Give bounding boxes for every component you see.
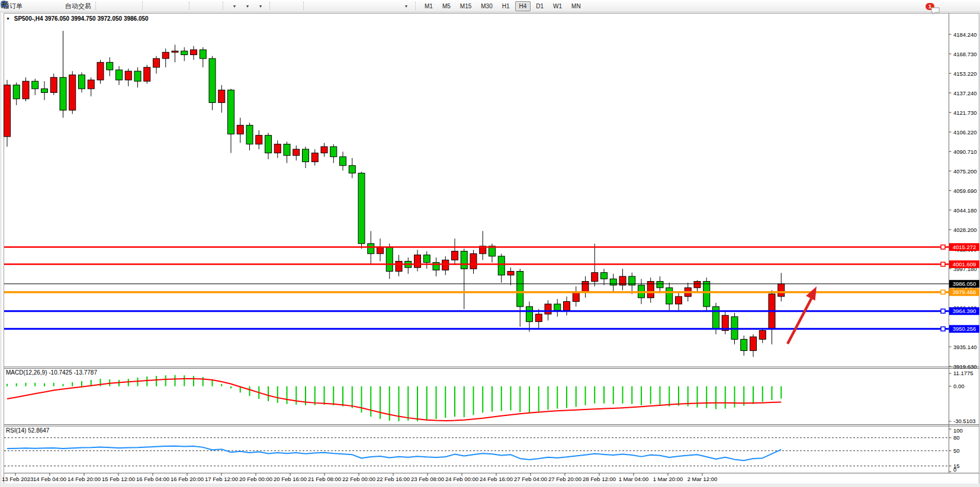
- candle: [41, 89, 48, 92]
- candle: [303, 149, 309, 162]
- candle: [676, 296, 682, 304]
- toolbar-separator: [142, 2, 145, 10]
- time-tick: 20 Feb 00:00: [239, 476, 272, 482]
- timeframe-H4[interactable]: H4: [515, 1, 531, 11]
- price-label-text: 3986.050: [953, 280, 976, 287]
- time-tick: 24 Feb 00:00: [445, 476, 478, 482]
- candle: [172, 51, 178, 52]
- candle: [321, 147, 327, 153]
- rsi-indicator-label: RSI(14) 52.8647: [6, 427, 49, 434]
- price-tick: 4106.220: [953, 129, 977, 136]
- chart-dropdown-icon[interactable]: ▼: [6, 17, 10, 21]
- auto-scroll-button[interactable]: [194, 1, 207, 11]
- equidistant-channel-button[interactable]: E: [348, 1, 361, 11]
- candle: [368, 244, 374, 254]
- tile-windows-button[interactable]: [173, 1, 187, 11]
- candle: [442, 260, 449, 270]
- hline-handle[interactable]: [941, 245, 945, 249]
- candle: [330, 147, 337, 157]
- candle: [601, 273, 608, 279]
- search-icon[interactable]: [0, 0, 9, 9]
- rsi-value: 52.8647: [28, 427, 49, 434]
- timeframe-W1[interactable]: W1: [549, 1, 566, 11]
- chart-shift-button[interactable]: [207, 1, 220, 11]
- price-tick: 4121.730: [953, 109, 977, 116]
- candle: [79, 75, 85, 89]
- chart-canvas[interactable]: 4184.2404168.7304153.2204137.2404121.730…: [0, 0, 980, 487]
- candle: [610, 279, 616, 285]
- zoom-in-button[interactable]: [147, 1, 160, 11]
- periods-button[interactable]: ▼: [241, 1, 254, 11]
- bar-chart-button[interactable]: [101, 1, 114, 11]
- price-tick: 4153.220: [953, 70, 977, 77]
- crosshair-button[interactable]: [288, 1, 301, 11]
- timeframe-H1[interactable]: H1: [498, 1, 514, 11]
- candle: [191, 50, 197, 55]
- vertical-line-button[interactable]: [309, 1, 322, 11]
- line-chart-button[interactable]: [127, 1, 140, 11]
- time-tick: 16 Feb 20:00: [171, 476, 204, 482]
- timeframe-M15[interactable]: M15: [456, 1, 475, 11]
- chevron-down-icon: ▼: [404, 4, 409, 8]
- price-tick: 4137.240: [953, 90, 977, 96]
- candle: [554, 304, 561, 311]
- candle: [377, 247, 384, 254]
- price-label-text: 4015.272: [953, 244, 976, 250]
- candle: [107, 62, 113, 70]
- market-watch-button[interactable]: [24, 1, 37, 11]
- text-tool-button[interactable]: A: [374, 1, 387, 11]
- candle: [498, 256, 505, 275]
- indicators-button[interactable]: ▼: [228, 1, 241, 11]
- fibonacci-button[interactable]: F: [361, 1, 374, 11]
- candle: [153, 59, 160, 67]
- zoom-out-button[interactable]: [160, 1, 173, 11]
- templates-button[interactable]: ▼: [254, 1, 267, 11]
- data-window-button[interactable]: [37, 1, 50, 11]
- candle: [423, 255, 430, 263]
- arrows-tool-button[interactable]: ▼: [400, 1, 413, 11]
- toolbar-separator: [223, 2, 226, 10]
- candle: [461, 251, 467, 269]
- time-tick: 1 Mar 20:00: [653, 476, 683, 482]
- timeframe-M1[interactable]: M1: [420, 1, 437, 11]
- hline-handle[interactable]: [941, 262, 945, 266]
- news-button[interactable]: [50, 1, 63, 11]
- candle: [60, 78, 66, 110]
- time-tick: 2 Mar 12:00: [687, 476, 718, 482]
- cursor-button[interactable]: [275, 1, 288, 11]
- chevron-down-icon: ▼: [233, 4, 237, 8]
- hline-handle[interactable]: [941, 309, 945, 313]
- candle: [274, 144, 281, 153]
- macd-axis-tick: 11.1775: [953, 370, 973, 376]
- timeframe-D1[interactable]: D1: [532, 1, 548, 11]
- candle: [564, 302, 570, 311]
- candle: [284, 144, 290, 156]
- candle: [759, 331, 766, 340]
- price-tick: 4059.690: [953, 188, 977, 194]
- price-label-text: 4001.609: [953, 261, 976, 267]
- chevron-down-icon: ▼: [259, 4, 263, 8]
- timeframe-M5[interactable]: M5: [438, 1, 455, 11]
- hline-handle[interactable]: [941, 290, 945, 294]
- candle: [144, 67, 150, 81]
- time-tick: 27 Feb 04:00: [514, 476, 547, 482]
- candle: [265, 136, 272, 153]
- trendline-button[interactable]: [335, 1, 348, 11]
- price-tick: 4184.240: [953, 31, 977, 38]
- time-tick: 13 Feb 2023: [2, 476, 33, 482]
- text-label-button[interactable]: T: [387, 1, 400, 11]
- horizontal-line-button[interactable]: [322, 1, 335, 11]
- price-tick: 4090.710: [953, 149, 977, 155]
- timeframe-M30[interactable]: M30: [477, 1, 496, 11]
- candle: [219, 90, 225, 102]
- timeframe-MN[interactable]: MN: [567, 1, 585, 11]
- hline-handle[interactable]: [941, 327, 945, 331]
- candle: [162, 52, 169, 59]
- candle: [209, 59, 216, 102]
- candle: [507, 272, 514, 275]
- autotrading-button[interactable]: 自动交易: [63, 1, 93, 11]
- candle: [750, 337, 757, 350]
- candlestick-chart-button[interactable]: [114, 1, 127, 11]
- time-tick: 23 Feb 08:00: [411, 476, 444, 482]
- candle: [228, 90, 234, 134]
